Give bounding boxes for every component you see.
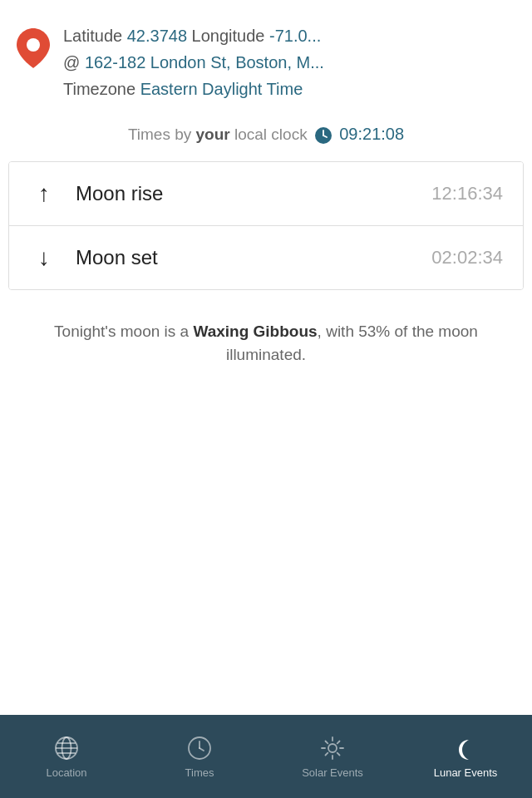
tab-bar: Location Times S	[0, 715, 532, 798]
lat-lon-row: Latitude 42.3748 Longitude -71.0...	[63, 25, 324, 47]
at-symbol: @	[63, 53, 80, 71]
longitude-value: -71.0...	[269, 27, 321, 45]
tab-times-label: Times	[185, 766, 214, 779]
address-value: 162-182 London St, Boston, M...	[85, 53, 324, 71]
svg-point-12	[328, 744, 337, 752]
times-by-label: Times by	[128, 126, 196, 143]
current-time-row: Times by your local clock 09:21:08	[0, 116, 532, 161]
moon-set-arrow: ↓	[29, 244, 59, 271]
your-label: your	[196, 126, 230, 143]
timezone-value: Eastern Daylight Time	[140, 80, 303, 98]
moon-rise-row: ↑ Moon rise 12:16:34	[9, 162, 523, 226]
moon-description: Tonight's moon is a Waxing Gibbous, with…	[0, 290, 532, 384]
svg-point-0	[27, 38, 40, 52]
moon-rise-time: 12:16:34	[431, 183, 503, 204]
tab-solar-label: Solar Events	[302, 766, 363, 779]
moon-set-label: Moon set	[76, 246, 415, 269]
moon-desc-prefix: Tonight's moon is a	[54, 323, 193, 340]
moon-icon	[452, 735, 479, 761]
timezone-row: Timezone Eastern Daylight Time	[63, 78, 324, 100]
svg-line-17	[326, 741, 328, 743]
clock-icon	[314, 126, 332, 145]
globe-icon	[53, 735, 80, 761]
tab-solar[interactable]: Solar Events	[266, 715, 399, 798]
tab-times[interactable]: Times	[133, 715, 266, 798]
svg-line-11	[200, 748, 204, 751]
current-time-value: 09:21:08	[339, 125, 404, 143]
moon-set-row: ↓ Moon set 02:02:34	[9, 226, 523, 289]
moon-rise-arrow: ↑	[29, 180, 59, 207]
location-pin-icon	[17, 28, 50, 68]
svg-line-19	[337, 741, 340, 743]
tab-lunar-label: Lunar Events	[434, 766, 498, 779]
timezone-label: Timezone	[63, 80, 135, 98]
local-clock-label: local clock	[230, 126, 308, 143]
latitude-value: 42.3748	[127, 27, 187, 45]
tab-location-label: Location	[46, 766, 86, 779]
times-clock-icon	[186, 735, 213, 761]
longitude-label: Longitude	[192, 27, 265, 45]
moon-events-table: ↑ Moon rise 12:16:34 ↓ Moon set 02:02:34	[8, 161, 524, 290]
sun-icon	[319, 735, 346, 761]
moon-set-time: 02:02:34	[431, 247, 503, 268]
address-row: @ 162-182 London St, Boston, M...	[63, 52, 324, 73]
moon-rise-label: Moon rise	[76, 182, 415, 205]
moon-phase: Waxing Gibbous	[193, 323, 317, 340]
tab-location[interactable]: Location	[0, 715, 133, 798]
svg-line-18	[337, 752, 340, 755]
tab-lunar[interactable]: Lunar Events	[399, 715, 532, 798]
location-info: Latitude 42.3748 Longitude -71.0... @ 16…	[63, 25, 324, 100]
latitude-label: Latitude	[63, 27, 122, 45]
svg-line-20	[326, 752, 328, 755]
location-header: Latitude 42.3748 Longitude -71.0... @ 16…	[0, 0, 532, 116]
